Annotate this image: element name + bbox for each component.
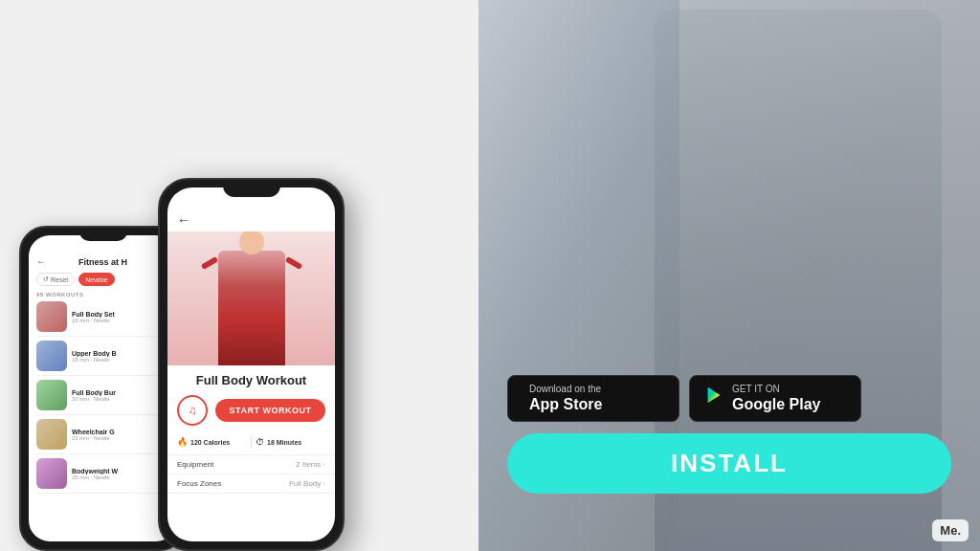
front-header: ← bbox=[167, 209, 335, 231]
back-phone-notch bbox=[79, 228, 127, 241]
music-icon: ♫ bbox=[189, 404, 197, 417]
focus-zones-row: Focus Zones Full Body › bbox=[167, 474, 335, 494]
calories-value: 120 Calories bbox=[190, 439, 230, 446]
app-store-top-label: Download on the bbox=[529, 384, 602, 395]
workout-thumbnail bbox=[36, 419, 67, 450]
google-play-button[interactable]: GET IT ON Google Play bbox=[689, 375, 861, 422]
workout-meta: 25 min · Newbi bbox=[72, 474, 169, 480]
google-play-bottom-label: Google Play bbox=[732, 395, 820, 413]
hero-arm-left bbox=[200, 256, 218, 270]
stat-divider bbox=[251, 435, 252, 449]
app-store-button[interactable]: Download on the App Store bbox=[507, 375, 679, 422]
workout-thumbnail bbox=[36, 458, 67, 489]
workout-meta: 22 min · Newbi bbox=[72, 435, 169, 441]
workout-name: Full Body Set bbox=[72, 311, 158, 318]
back-tab-reset[interactable]: ↺ Reset bbox=[36, 273, 75, 286]
front-screen-content: ← Full Body Workout ♫ bbox=[167, 187, 335, 541]
workout-thumbnail bbox=[36, 380, 67, 410]
music-button[interactable]: ♫ bbox=[177, 395, 208, 426]
workout-hero-image bbox=[167, 231, 335, 365]
back-phone-screen: ← Fitness at H ⋯ ↺ Reset Newbie 95 WORK bbox=[29, 235, 177, 541]
hero-head bbox=[239, 231, 264, 254]
workout-info: Bodyweight W 25 min · Newbi bbox=[72, 468, 169, 480]
front-phone-screen: ← Full Body Workout ♫ bbox=[167, 187, 335, 541]
workout-meta: 16 min · Newbi bbox=[72, 318, 169, 323]
front-workout-title: Full Body Workout bbox=[167, 365, 335, 391]
workout-thumbnail bbox=[36, 301, 67, 332]
svg-marker-0 bbox=[708, 387, 721, 404]
right-section: Download on the App Store bbox=[479, 0, 980, 551]
left-section: ← Fitness at H ⋯ ↺ Reset Newbie 95 WORK bbox=[0, 0, 479, 551]
install-button[interactable]: INSTALL bbox=[507, 433, 951, 494]
focus-value: Full Body › bbox=[289, 479, 325, 488]
minutes-stat: ⏱ 18 Minutes bbox=[256, 437, 325, 447]
google-play-top-label: GET IT ON bbox=[732, 384, 820, 395]
workout-info: Wheelchair G 22 min · Newbi bbox=[72, 429, 169, 441]
list-item: Upper Body B 18 min · Newbi bbox=[36, 341, 169, 376]
list-item: Full Body Set 16 min · Newbi bbox=[36, 301, 169, 337]
workout-name: Full Body Bur bbox=[72, 389, 158, 396]
minutes-value: 18 Minutes bbox=[267, 439, 301, 446]
front-phone-notch bbox=[223, 180, 280, 197]
workout-meta: 20 min · Newbi bbox=[72, 396, 169, 402]
calories-stat: 🔥 120 Calories bbox=[177, 437, 247, 447]
chevron-right-icon: › bbox=[323, 460, 325, 469]
start-workout-button[interactable]: START WORKOUT bbox=[215, 399, 325, 422]
back-tab-newbie[interactable]: Newbie bbox=[78, 273, 114, 286]
list-item: Full Body Bur 20 min · Newbi bbox=[36, 380, 169, 415]
stats-row: 🔥 120 Calories ⏱ 18 Minutes bbox=[167, 430, 335, 455]
workout-info: Upper Body B 18 min · Newbi bbox=[72, 350, 169, 363]
clock-icon: ⏱ bbox=[256, 437, 264, 447]
workout-meta: 18 min · Newbi bbox=[72, 357, 169, 363]
equipment-value: 2 Items › bbox=[296, 460, 325, 469]
fire-icon: 🔥 bbox=[177, 437, 188, 447]
right-content: Download on the App Store bbox=[507, 375, 951, 494]
google-play-icon bbox=[703, 385, 724, 411]
google-play-text: GET IT ON Google Play bbox=[732, 384, 820, 413]
back-screen-content: ← Fitness at H ⋯ ↺ Reset Newbie 95 WORK bbox=[29, 235, 177, 505]
phone-front: ← Full Body Workout ♫ bbox=[158, 178, 345, 551]
list-item: Wheelchair G 22 min · Newbi bbox=[36, 419, 169, 454]
equipment-row: Equipment 2 Items › bbox=[167, 455, 335, 474]
workout-name: Wheelchair G bbox=[72, 429, 158, 435]
back-tabs: ↺ Reset Newbie bbox=[36, 273, 169, 286]
hero-figure bbox=[218, 251, 285, 365]
app-store-text: Download on the App Store bbox=[529, 384, 602, 413]
app-store-bottom-label: App Store bbox=[529, 395, 602, 413]
workout-info: Full Body Bur 20 min · Newbi bbox=[72, 389, 169, 402]
me-badge: Me. bbox=[932, 519, 969, 541]
reset-icon: ↺ bbox=[43, 276, 49, 283]
workout-info: Full Body Set 16 min · Newbi bbox=[72, 311, 169, 323]
store-buttons: Download on the App Store bbox=[507, 375, 951, 422]
back-arrow-icon: ← bbox=[177, 212, 190, 228]
phones-container: ← Fitness at H ⋯ ↺ Reset Newbie 95 WORK bbox=[19, 178, 345, 551]
hero-arm-right bbox=[284, 256, 302, 270]
workout-name: Bodyweight W bbox=[72, 468, 158, 474]
list-item: Bodyweight W 25 min · Newbi bbox=[36, 458, 169, 494]
chevron-right-icon: › bbox=[323, 479, 325, 488]
back-title: Fitness at H bbox=[78, 257, 127, 267]
focus-label: Focus Zones bbox=[177, 479, 221, 488]
start-workout-row: ♫ START WORKOUT bbox=[167, 391, 335, 430]
workout-name: Upper Body B bbox=[72, 350, 158, 357]
back-header: ← Fitness at H ⋯ bbox=[36, 256, 169, 267]
workout-thumbnail bbox=[36, 341, 67, 371]
equipment-label: Equipment bbox=[177, 460, 213, 469]
workouts-count: 95 WORKOUTS bbox=[36, 292, 169, 298]
